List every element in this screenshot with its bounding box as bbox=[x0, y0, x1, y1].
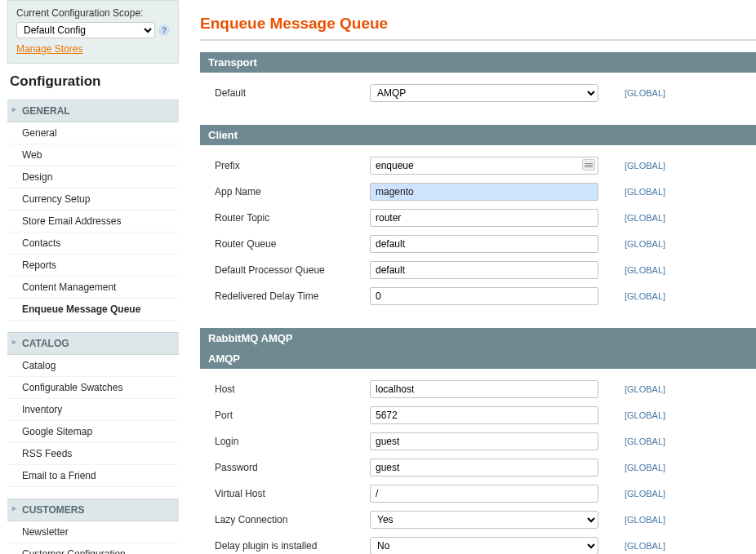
input-app_name[interactable] bbox=[370, 183, 598, 201]
field-row-default_processor_queue: Default Processor Queue[GLOBAL] bbox=[215, 261, 748, 279]
field-row-redelivered_delay_time: Redelivered Delay Time[GLOBAL] bbox=[215, 287, 748, 305]
field-label-default_processor_queue: Default Processor Queue bbox=[215, 264, 370, 276]
nav-item[interactable]: Configurable Swatches bbox=[7, 377, 179, 399]
nav-section-title[interactable]: CATALOG bbox=[7, 332, 179, 355]
input-host[interactable] bbox=[370, 380, 598, 398]
scope-label: Current Configuration Scope: bbox=[16, 7, 170, 19]
field-label-redelivered_delay_time: Redelivered Delay Time bbox=[215, 290, 370, 302]
field-scope: [GLOBAL] bbox=[625, 437, 665, 446]
section-header-transport[interactable]: Transport bbox=[200, 52, 756, 73]
section-transport: Transport Default AMQP [GLOBAL] bbox=[200, 52, 756, 113]
field-row-app_name: App Name[GLOBAL] bbox=[215, 183, 748, 201]
field-row-port: Port[GLOBAL] bbox=[215, 406, 748, 424]
input-redelivered_delay_time[interactable] bbox=[370, 287, 598, 305]
field-scope: [GLOBAL] bbox=[625, 410, 665, 420]
field-label-router_queue: Router Queue bbox=[215, 238, 370, 250]
field-label-host: Host bbox=[215, 383, 370, 395]
field-label-router_topic: Router Topic bbox=[215, 212, 370, 224]
scope-select[interactable]: Default Config bbox=[16, 22, 155, 38]
field-scope: [GLOBAL] bbox=[625, 515, 665, 525]
field-scope: [GLOBAL] bbox=[625, 213, 665, 223]
nav-section-title[interactable]: CUSTOMERS bbox=[7, 499, 179, 521]
field-row-login: Login[GLOBAL] bbox=[215, 432, 748, 450]
input-vhost[interactable] bbox=[370, 485, 598, 503]
page-title: Enqueue Message Queue bbox=[200, 15, 756, 41]
field-label-port: Port bbox=[215, 410, 370, 421]
field-row-host: Host[GLOBAL] bbox=[215, 380, 748, 398]
input-login[interactable] bbox=[370, 432, 598, 450]
input-port[interactable] bbox=[370, 406, 598, 424]
main-content: Enqueue Message Queue Transport Default … bbox=[200, 0, 756, 554]
nav-item[interactable]: Content Management bbox=[7, 277, 179, 299]
field-label-login: Login bbox=[215, 436, 370, 447]
field-label-transport-default: Default bbox=[215, 87, 370, 99]
section-header-rabbitmq[interactable]: RabbitMQ AMQP bbox=[200, 328, 756, 348]
nav-item[interactable]: Reports bbox=[7, 255, 179, 277]
field-label-password: Password bbox=[215, 462, 370, 473]
field-label-lazy: Lazy Connection bbox=[215, 514, 370, 525]
input-router_topic[interactable] bbox=[370, 209, 598, 227]
field-label-app_name: App Name bbox=[215, 186, 370, 197]
input-default_processor_queue[interactable] bbox=[370, 261, 598, 279]
section-client: Client Prefix[GLOBAL]App Name[GLOBAL]Rou… bbox=[200, 125, 756, 317]
field-scope: [GLOBAL] bbox=[625, 541, 665, 551]
nav-item[interactable]: Catalog bbox=[7, 355, 179, 377]
nav-item[interactable]: General bbox=[7, 122, 179, 144]
field-row-delay_plugin: Delay plugin is installedNo[GLOBAL] bbox=[215, 537, 748, 554]
nav-item[interactable]: Contacts bbox=[7, 233, 179, 255]
section-header-amqp[interactable]: AMQP bbox=[200, 348, 756, 369]
nav-item[interactable]: Customer Configuration bbox=[7, 543, 179, 554]
transport-default-select[interactable]: AMQP bbox=[370, 84, 598, 102]
select-delay_plugin[interactable]: No bbox=[370, 537, 598, 554]
section-header-client[interactable]: Client bbox=[200, 125, 756, 145]
nav-item[interactable]: Web bbox=[7, 144, 179, 166]
field-row-password: Password[GLOBAL] bbox=[215, 459, 748, 476]
field-row-router_queue: Router Queue[GLOBAL] bbox=[215, 235, 748, 253]
nav-item[interactable]: Store Email Addresses bbox=[7, 211, 179, 233]
field-scope: [GLOBAL] bbox=[625, 291, 665, 301]
field-label-prefix: Prefix bbox=[215, 160, 370, 171]
field-label-delay_plugin: Delay plugin is installed bbox=[215, 540, 370, 552]
field-row-router_topic: Router Topic[GLOBAL] bbox=[215, 209, 748, 227]
input-prefix[interactable] bbox=[370, 157, 598, 175]
nav-item[interactable]: Design bbox=[7, 166, 179, 188]
scope-box: Current Configuration Scope: Default Con… bbox=[7, 0, 179, 64]
field-scope: [GLOBAL] bbox=[625, 489, 665, 499]
field-row-prefix: Prefix[GLOBAL] bbox=[215, 157, 748, 175]
nav-section-title[interactable]: GENERAL bbox=[7, 100, 179, 122]
nav-item[interactable]: Inventory bbox=[7, 399, 179, 421]
field-scope: [GLOBAL] bbox=[625, 463, 665, 472]
configuration-heading: Configuration bbox=[7, 64, 179, 100]
nav-item[interactable]: RSS Feeds bbox=[7, 443, 179, 465]
field-scope: [GLOBAL] bbox=[625, 161, 665, 171]
nav-item[interactable]: Enqueue Message Queue bbox=[7, 299, 179, 321]
field-scope: [GLOBAL] bbox=[625, 265, 665, 275]
field-scope: [GLOBAL] bbox=[625, 239, 665, 249]
nav-item[interactable]: Newsletter bbox=[7, 521, 179, 543]
field-scope: [GLOBAL] bbox=[625, 384, 665, 394]
field-row-lazy: Lazy ConnectionYes[GLOBAL] bbox=[215, 511, 748, 529]
nav-item[interactable]: Google Sitemap bbox=[7, 421, 179, 443]
select-lazy[interactable]: Yes bbox=[370, 511, 598, 529]
nav-item[interactable]: Currency Setup bbox=[7, 188, 179, 211]
field-row-vhost: Virtual Host[GLOBAL] bbox=[215, 485, 748, 503]
manage-stores-link[interactable]: Manage Stores bbox=[16, 43, 82, 55]
input-password[interactable] bbox=[370, 459, 598, 476]
nav-item[interactable]: Email to a Friend bbox=[7, 465, 179, 487]
sidebar: Current Configuration Scope: Default Con… bbox=[0, 0, 179, 554]
input-router_queue[interactable] bbox=[370, 235, 598, 253]
section-rabbitmq: RabbitMQ AMQP AMQP Host[GLOBAL]Port[GLOB… bbox=[200, 328, 756, 554]
field-row-transport-default: Default AMQP [GLOBAL] bbox=[215, 84, 748, 102]
field-label-vhost: Virtual Host bbox=[215, 488, 370, 499]
list-icon[interactable] bbox=[582, 159, 595, 171]
field-scope: [GLOBAL] bbox=[625, 88, 665, 98]
config-nav: GENERALGeneralWebDesignCurrency SetupSto… bbox=[7, 100, 179, 554]
field-scope: [GLOBAL] bbox=[625, 187, 665, 197]
help-icon[interactable]: ? bbox=[158, 24, 170, 36]
